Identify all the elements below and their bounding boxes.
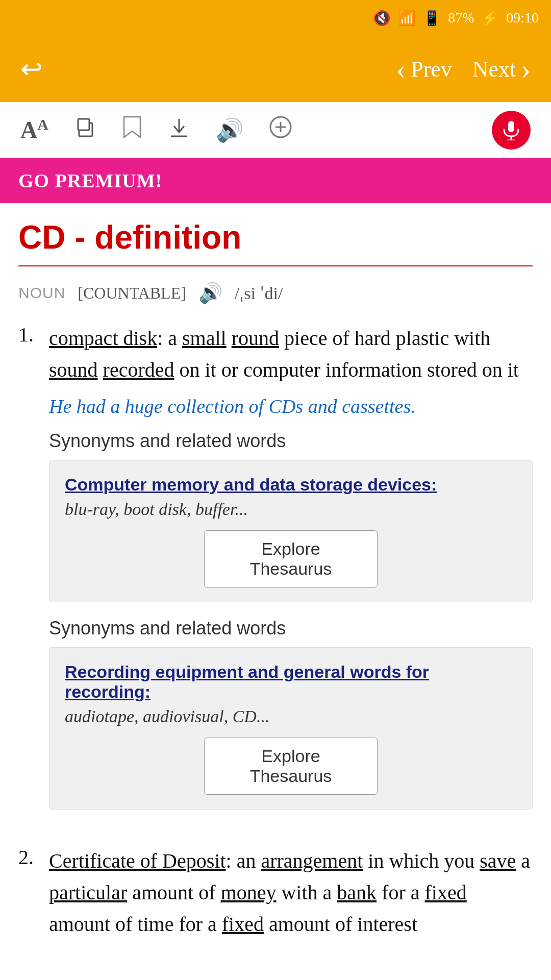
def-2-num-label: 2.: [18, 845, 42, 869]
add-button[interactable]: [269, 116, 292, 144]
svg-rect-1: [78, 119, 89, 130]
copy-button[interactable]: [74, 116, 96, 144]
next-arrow-icon: [521, 53, 531, 85]
def-1-text: compact disk: a small round piece of har…: [49, 323, 533, 386]
certificate-link[interactable]: Certificate of Deposit: [49, 849, 226, 872]
compact-disk-link[interactable]: compact disk: [49, 327, 157, 350]
pronunciation: /ˌsi ˈdi/: [235, 283, 283, 303]
def-1-num-label: 1.: [18, 323, 42, 347]
download-button[interactable]: [168, 116, 190, 144]
definition-1: 1. compact disk: a small round piece of …: [18, 323, 533, 825]
prev-arrow-icon: [396, 53, 406, 85]
bank-link[interactable]: bank: [337, 881, 377, 904]
audio-button[interactable]: 🔊: [198, 282, 222, 304]
battery-icon: ⚡: [481, 10, 499, 27]
toolbar-icons-left: AA 🔊: [20, 116, 292, 144]
status-icons: 🔇 📶 📱 87% ⚡ 09:10: [373, 10, 539, 27]
svg-rect-8: [508, 121, 514, 132]
example-text: He had a huge collection of CDs and cass…: [49, 396, 416, 417]
thesaurus-box-2: Recording equipment and general words fo…: [49, 647, 533, 810]
back-icon: ↩: [20, 54, 43, 84]
fixed-link-1[interactable]: fixed: [424, 881, 466, 904]
main-content: CD - definition NOUN [COUNTABLE] 🔊 /ˌsi …: [0, 203, 551, 980]
part-of-speech: NOUN: [18, 284, 65, 302]
synonyms-heading-2: Synonyms and related words: [49, 618, 533, 639]
svg-marker-2: [124, 117, 140, 137]
nav-bar: ↩ Prev Next: [0, 36, 551, 102]
next-button[interactable]: Next: [472, 53, 531, 85]
prev-button[interactable]: Prev: [396, 53, 452, 85]
small-link[interactable]: small: [182, 327, 227, 350]
font-size-button[interactable]: AA: [20, 116, 48, 143]
premium-label: GO PREMIUM!: [18, 170, 162, 191]
thesaurus-1-words: blu-ray, boot disk, buffer...: [65, 500, 517, 519]
sound-link[interactable]: sound: [49, 358, 98, 381]
speaker-button[interactable]: 🔊: [216, 117, 244, 143]
status-bar: 🔇 📶 📱 87% ⚡ 09:10: [0, 0, 551, 36]
mic-button[interactable]: [492, 111, 531, 150]
countable-label: [COUNTABLE]: [78, 284, 186, 303]
prev-label: Prev: [411, 56, 452, 82]
thesaurus-2-words: audiotape, audiovisual, CD...: [65, 707, 517, 726]
recorded-link[interactable]: recorded: [103, 358, 174, 381]
def-1-number: 1. compact disk: a small round piece of …: [18, 323, 533, 825]
definition-2: 2. Certificate of Deposit: an arrangemen…: [18, 845, 533, 940]
premium-banner[interactable]: GO PREMIUM!: [0, 158, 551, 203]
save-link[interactable]: save: [480, 849, 516, 872]
word-title: CD - definition: [18, 218, 533, 266]
time: 09:10: [506, 10, 539, 26]
money-link[interactable]: money: [221, 881, 277, 904]
particular-link[interactable]: particular: [49, 881, 127, 904]
def-2-number: 2. Certificate of Deposit: an arrangemen…: [18, 845, 533, 940]
def-2-text: Certificate of Deposit: an arrangement i…: [49, 845, 533, 940]
category-2-link[interactable]: Recording equipment and general words fo…: [65, 662, 517, 702]
back-button[interactable]: ↩: [20, 54, 43, 84]
sim-icon: 📱: [423, 10, 441, 27]
mute-icon: 🔇: [373, 10, 391, 27]
toolbar: AA 🔊: [0, 102, 551, 158]
bookmark-button[interactable]: [122, 116, 142, 144]
def-1-example: He had a huge collection of CDs and cass…: [49, 392, 533, 421]
arrangement-link[interactable]: arrangement: [261, 849, 363, 872]
fixed-link-2[interactable]: fixed: [222, 913, 264, 936]
word-meta: NOUN [COUNTABLE] 🔊 /ˌsi ˈdi/: [18, 282, 533, 304]
thesaurus-box-1: Computer memory and data storage devices…: [49, 460, 533, 602]
round-link[interactable]: round: [232, 327, 279, 350]
battery-level: 87%: [448, 10, 474, 26]
explore-thesaurus-1-button[interactable]: Explore Thesaurus: [204, 530, 378, 587]
next-label: Next: [472, 56, 516, 82]
category-1-link[interactable]: Computer memory and data storage devices…: [65, 475, 517, 495]
synonyms-heading-1: Synonyms and related words: [49, 430, 533, 452]
explore-thesaurus-2-button[interactable]: Explore Thesaurus: [204, 738, 378, 795]
prev-next-nav: Prev Next: [396, 53, 531, 85]
wifi-icon: 📶: [398, 10, 416, 27]
